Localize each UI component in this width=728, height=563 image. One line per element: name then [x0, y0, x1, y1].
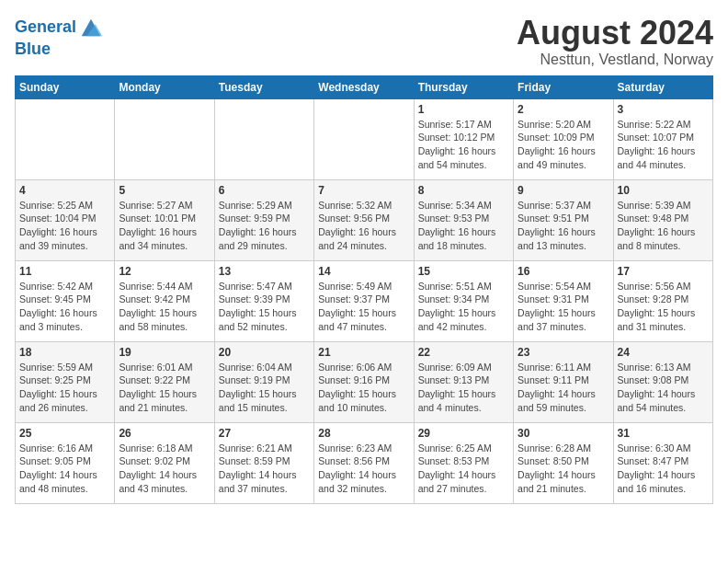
col-header-friday: Friday: [514, 75, 613, 98]
day-number: 8: [418, 184, 509, 197]
day-number: 6: [219, 184, 310, 197]
day-cell: 7Sunrise: 5:32 AM Sunset: 9:56 PM Daylig…: [314, 179, 414, 260]
day-cell: 18Sunrise: 5:59 AM Sunset: 9:25 PM Dayli…: [16, 341, 115, 422]
day-number: 1: [418, 103, 509, 116]
day-number: 30: [518, 427, 609, 440]
day-number: 17: [618, 265, 709, 278]
logo: General Blue: [15, 15, 104, 59]
day-info: Sunrise: 5:20 AM Sunset: 10:09 PM Daylig…: [518, 118, 609, 172]
day-number: 7: [318, 184, 409, 197]
logo-blue-text: Blue: [15, 40, 104, 59]
day-number: 5: [119, 184, 210, 197]
day-info: Sunrise: 6:16 AM Sunset: 9:05 PM Dayligh…: [19, 442, 110, 496]
logo-text: General: [15, 18, 76, 37]
main-title: August 2024: [517, 15, 713, 52]
day-info: Sunrise: 6:18 AM Sunset: 9:02 PM Dayligh…: [119, 442, 210, 496]
day-info: Sunrise: 5:17 AM Sunset: 10:12 PM Daylig…: [418, 118, 509, 172]
day-cell: 11Sunrise: 5:42 AM Sunset: 9:45 PM Dayli…: [16, 260, 115, 341]
day-cell: 17Sunrise: 5:56 AM Sunset: 9:28 PM Dayli…: [613, 260, 712, 341]
day-number: 31: [618, 427, 709, 440]
day-info: Sunrise: 5:39 AM Sunset: 9:48 PM Dayligh…: [618, 199, 709, 253]
day-number: 25: [19, 427, 110, 440]
day-cell: 2Sunrise: 5:20 AM Sunset: 10:09 PM Dayli…: [514, 98, 613, 179]
day-number: 19: [119, 346, 210, 359]
day-info: Sunrise: 6:13 AM Sunset: 9:08 PM Dayligh…: [618, 361, 709, 415]
day-number: 16: [518, 265, 609, 278]
col-header-tuesday: Tuesday: [214, 75, 313, 98]
day-number: 3: [618, 103, 709, 116]
day-info: Sunrise: 5:32 AM Sunset: 9:56 PM Dayligh…: [318, 199, 409, 253]
week-row-1: 1Sunrise: 5:17 AM Sunset: 10:12 PM Dayli…: [16, 98, 713, 179]
day-number: 9: [518, 184, 609, 197]
col-header-wednesday: Wednesday: [314, 75, 414, 98]
day-cell: 4Sunrise: 5:25 AM Sunset: 10:04 PM Dayli…: [16, 179, 115, 260]
day-info: Sunrise: 5:59 AM Sunset: 9:25 PM Dayligh…: [19, 361, 110, 415]
day-number: 28: [318, 427, 409, 440]
day-cell: 1Sunrise: 5:17 AM Sunset: 10:12 PM Dayli…: [414, 98, 513, 179]
day-number: 14: [318, 265, 409, 278]
subtitle: Nesttun, Vestland, Norway: [517, 52, 713, 68]
col-header-monday: Monday: [115, 75, 214, 98]
day-number: 20: [219, 346, 310, 359]
day-info: Sunrise: 5:22 AM Sunset: 10:07 PM Daylig…: [618, 118, 709, 172]
day-info: Sunrise: 6:21 AM Sunset: 8:59 PM Dayligh…: [219, 442, 310, 496]
day-cell: 10Sunrise: 5:39 AM Sunset: 9:48 PM Dayli…: [613, 179, 712, 260]
day-info: Sunrise: 6:04 AM Sunset: 9:19 PM Dayligh…: [219, 361, 310, 415]
day-cell: 9Sunrise: 5:37 AM Sunset: 9:51 PM Daylig…: [514, 179, 613, 260]
day-cell: 16Sunrise: 5:54 AM Sunset: 9:31 PM Dayli…: [514, 260, 613, 341]
day-cell: 6Sunrise: 5:29 AM Sunset: 9:59 PM Daylig…: [214, 179, 313, 260]
day-number: 18: [19, 346, 110, 359]
day-cell: 30Sunrise: 6:28 AM Sunset: 8:50 PM Dayli…: [514, 422, 613, 503]
week-row-4: 18Sunrise: 5:59 AM Sunset: 9:25 PM Dayli…: [16, 341, 713, 422]
day-cell: 24Sunrise: 6:13 AM Sunset: 9:08 PM Dayli…: [613, 341, 712, 422]
day-info: Sunrise: 6:28 AM Sunset: 8:50 PM Dayligh…: [518, 442, 609, 496]
day-number: 11: [19, 265, 110, 278]
day-info: Sunrise: 5:25 AM Sunset: 10:04 PM Daylig…: [19, 199, 110, 253]
day-info: Sunrise: 6:06 AM Sunset: 9:16 PM Dayligh…: [318, 361, 409, 415]
week-row-2: 4Sunrise: 5:25 AM Sunset: 10:04 PM Dayli…: [16, 179, 713, 260]
day-number: 21: [318, 346, 409, 359]
col-header-sunday: Sunday: [16, 75, 115, 98]
day-cell: 31Sunrise: 6:30 AM Sunset: 8:47 PM Dayli…: [613, 422, 712, 503]
day-info: Sunrise: 6:09 AM Sunset: 9:13 PM Dayligh…: [418, 361, 509, 415]
header-row: SundayMondayTuesdayWednesdayThursdayFrid…: [16, 75, 713, 98]
day-info: Sunrise: 6:25 AM Sunset: 8:53 PM Dayligh…: [418, 442, 509, 496]
day-cell: 22Sunrise: 6:09 AM Sunset: 9:13 PM Dayli…: [414, 341, 513, 422]
day-info: Sunrise: 5:29 AM Sunset: 9:59 PM Dayligh…: [219, 199, 310, 253]
day-info: Sunrise: 6:30 AM Sunset: 8:47 PM Dayligh…: [618, 442, 709, 496]
day-cell: 26Sunrise: 6:18 AM Sunset: 9:02 PM Dayli…: [115, 422, 214, 503]
day-cell: [314, 98, 414, 179]
day-cell: 21Sunrise: 6:06 AM Sunset: 9:16 PM Dayli…: [314, 341, 414, 422]
day-info: Sunrise: 5:44 AM Sunset: 9:42 PM Dayligh…: [119, 280, 210, 334]
day-number: 15: [418, 265, 509, 278]
day-number: 23: [518, 346, 609, 359]
day-info: Sunrise: 5:51 AM Sunset: 9:34 PM Dayligh…: [418, 280, 509, 334]
week-row-5: 25Sunrise: 6:16 AM Sunset: 9:05 PM Dayli…: [16, 422, 713, 503]
title-block: August 2024 Nesttun, Vestland, Norway: [517, 15, 713, 68]
col-header-saturday: Saturday: [613, 75, 712, 98]
day-info: Sunrise: 5:47 AM Sunset: 9:39 PM Dayligh…: [219, 280, 310, 334]
day-number: 26: [119, 427, 210, 440]
day-info: Sunrise: 5:56 AM Sunset: 9:28 PM Dayligh…: [618, 280, 709, 334]
day-info: Sunrise: 5:37 AM Sunset: 9:51 PM Dayligh…: [518, 199, 609, 253]
day-info: Sunrise: 5:42 AM Sunset: 9:45 PM Dayligh…: [19, 280, 110, 334]
day-info: Sunrise: 6:23 AM Sunset: 8:56 PM Dayligh…: [318, 442, 409, 496]
day-cell: 5Sunrise: 5:27 AM Sunset: 10:01 PM Dayli…: [115, 179, 214, 260]
day-cell: 19Sunrise: 6:01 AM Sunset: 9:22 PM Dayli…: [115, 341, 214, 422]
day-number: 12: [119, 265, 210, 278]
day-info: Sunrise: 5:54 AM Sunset: 9:31 PM Dayligh…: [518, 280, 609, 334]
day-cell: 3Sunrise: 5:22 AM Sunset: 10:07 PM Dayli…: [613, 98, 712, 179]
day-number: 4: [19, 184, 110, 197]
day-number: 27: [219, 427, 310, 440]
day-cell: 12Sunrise: 5:44 AM Sunset: 9:42 PM Dayli…: [115, 260, 214, 341]
day-number: 10: [618, 184, 709, 197]
day-info: Sunrise: 5:27 AM Sunset: 10:01 PM Daylig…: [119, 199, 210, 253]
page-header: General Blue August 2024 Nesttun, Vestla…: [15, 15, 713, 68]
day-info: Sunrise: 5:49 AM Sunset: 9:37 PM Dayligh…: [318, 280, 409, 334]
day-cell: [214, 98, 313, 179]
day-cell: 13Sunrise: 5:47 AM Sunset: 9:39 PM Dayli…: [214, 260, 313, 341]
day-cell: [16, 98, 115, 179]
day-cell: 20Sunrise: 6:04 AM Sunset: 9:19 PM Dayli…: [214, 341, 313, 422]
day-cell: 29Sunrise: 6:25 AM Sunset: 8:53 PM Dayli…: [414, 422, 513, 503]
day-number: 13: [219, 265, 310, 278]
